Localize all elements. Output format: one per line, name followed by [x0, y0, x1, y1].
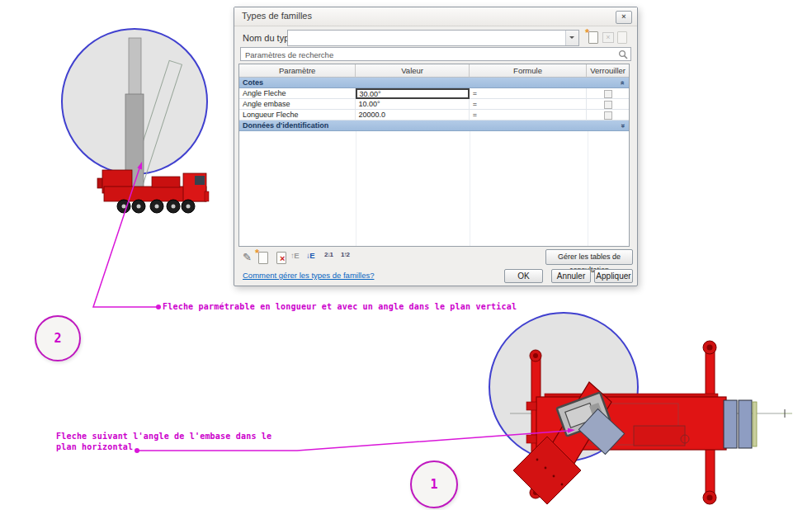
callout-number-2: 2	[35, 315, 81, 361]
collapse-up-icon[interactable]: »	[617, 81, 628, 85]
help-link[interactable]: Comment gérer les types de familles?	[243, 271, 374, 280]
type-name-combobox[interactable]	[287, 30, 579, 46]
collapse-down-icon[interactable]: »	[617, 124, 628, 128]
param-value-cell[interactable]: 10.00°	[356, 99, 469, 110]
ok-button[interactable]: OK	[504, 269, 543, 283]
section-header-cotes[interactable]: Cotes »	[239, 78, 629, 88]
column-header-valeur[interactable]: Valeur	[356, 64, 469, 78]
apply-button[interactable]: Appliquer	[594, 269, 633, 283]
param-lock-cell	[587, 99, 629, 110]
dialog-title: Types de familles	[242, 11, 312, 21]
parameter-table: Paramètre Valeur Formule Verrouiller Cot…	[238, 64, 630, 247]
page: Fleche parmétrable en longueur et avec u…	[0, 0, 812, 510]
delete-parameter-icon[interactable]: ×	[275, 251, 288, 265]
edit-parameter-icon[interactable]: ✎	[243, 251, 252, 265]
column-header-formule[interactable]: Formule	[470, 64, 587, 78]
column-header-parametre[interactable]: Paramètre	[239, 64, 356, 78]
counterweight-block	[724, 400, 737, 448]
table-header-row: Paramètre Valeur Formule Verrouiller	[239, 64, 629, 78]
lock-checkbox[interactable]	[604, 111, 612, 120]
new-type-icon[interactable]: *	[587, 31, 600, 44]
leader-bullet-2	[156, 305, 161, 309]
manage-lookup-tables-button[interactable]: Gérer les tables de consultation	[545, 249, 633, 265]
param-lock-cell	[587, 110, 629, 120]
param-value-cell-active[interactable]: 30.00°	[356, 88, 469, 99]
lock-checkbox[interactable]	[604, 101, 612, 109]
close-icon[interactable]: ×	[616, 11, 632, 24]
delete-type-icon[interactable]	[616, 31, 629, 44]
table-row: Longueur Fleche 20000.0 =	[239, 110, 629, 120]
param-formula-cell[interactable]: =	[470, 110, 587, 120]
param-name-cell[interactable]: Angle Fleche	[239, 88, 356, 99]
crane-truck	[97, 170, 209, 213]
empty-table-area	[239, 131, 629, 247]
param-lock-cell	[587, 88, 629, 99]
cancel-button[interactable]: Annuler	[551, 269, 591, 283]
param-name-cell[interactable]: Longueur Fleche	[239, 110, 356, 120]
param-value-cell[interactable]: 20000.0	[356, 110, 469, 120]
table-row: Angle embase 10.00° =	[239, 99, 629, 110]
param-name-cell[interactable]: Angle embase	[239, 99, 356, 110]
search-icon[interactable]	[618, 50, 628, 59]
family-types-dialog: Types de familles × Nom du type: * ×	[234, 7, 638, 286]
crane-side-view-illustration	[62, 29, 209, 213]
sort-descending-icon[interactable]: 1↑2	[341, 251, 349, 265]
leader-bullet-1	[135, 448, 139, 453]
new-parameter-icon[interactable]: *	[257, 251, 270, 265]
rename-type-icon[interactable]: ×	[602, 31, 615, 44]
param-formula-cell[interactable]: =	[470, 88, 587, 99]
move-down-icon[interactable]: ↓E	[306, 251, 314, 265]
move-up-icon[interactable]: ↑E	[290, 251, 299, 265]
annotation-text-vertical-plane: Fleche parmétrable en longueur et avec u…	[163, 302, 517, 311]
chevron-down-icon[interactable]	[565, 31, 578, 45]
sort-ascending-icon[interactable]: 2↓1	[324, 251, 333, 265]
crane-top-view-illustration	[489, 313, 792, 504]
column-header-verrouiller[interactable]: Verrouiller	[587, 64, 629, 78]
lock-checkbox[interactable]	[604, 90, 612, 98]
table-row: Angle Fleche 30.00° =	[239, 88, 629, 99]
section-header-identification[interactable]: Données d'identification »	[239, 120, 629, 131]
dialog-titlebar[interactable]: Types de familles ×	[234, 7, 637, 26]
callout-number-1: 1	[410, 460, 458, 508]
param-formula-cell[interactable]: =	[470, 99, 587, 110]
search-input[interactable]	[243, 49, 610, 61]
parameter-search-box[interactable]	[240, 47, 631, 61]
